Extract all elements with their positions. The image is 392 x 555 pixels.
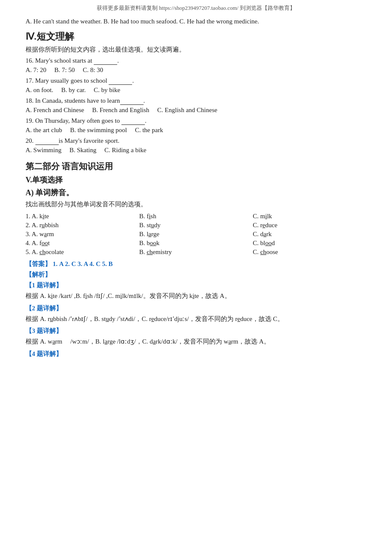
underline-1b: i [149, 213, 150, 220]
v-title: V.单项选择 [26, 175, 366, 185]
underline-2b: u [151, 222, 154, 228]
underline-5c: ch [260, 249, 266, 255]
underline-5b: ch [147, 249, 153, 255]
blank-19 [121, 117, 145, 125]
question-20: 20. is Mary's favorite sport. [26, 137, 366, 145]
analysis-q3-header: 【3 题详解】 [26, 327, 366, 335]
analysis-q2-text: 根据 A. rubbish /ˈrʌbɪʃ/，B. study /ˈstʌdi/… [26, 314, 366, 325]
top-bar: 获得更多最新资料请复制 https://shop239497207.taobao… [26, 0, 366, 14]
underline-3a: a [44, 231, 47, 237]
blank-16 [94, 57, 117, 65]
analysis-q3-text: 根据 A. warm /wɔːm/，B. large /lɑːdʒ/，C. da… [26, 336, 366, 347]
underline-5a: ch [40, 249, 46, 255]
underline-1a: i [43, 213, 44, 220]
analysis-q1-text: 根据 A. kite /kart/ ,B. fish /fɪʃ/ ,C. mil… [26, 291, 366, 302]
analysis-header: 【解析】 [26, 271, 366, 279]
part2-title: 第二部分 语言知识运用 [26, 161, 366, 172]
answers-line: 【答案】 1. A 2. C 3. A 4. C 5. B [26, 260, 366, 268]
a-title: A) 单词辨音。 [26, 188, 366, 198]
analysis-q4-header: 【4 题详解】 [26, 350, 366, 358]
phonics-instruction: 找出画线部分与其他单词发音不同的选项。 [26, 200, 366, 208]
options-18: A. French and Chinese B. French and Engl… [26, 107, 366, 114]
underline-3b: a [148, 231, 151, 237]
section4-title: Ⅳ.短文理解 [26, 30, 366, 43]
phonics-q5: 5. A. chocolate B. chemistry C. choose [26, 249, 366, 256]
options-20: A. Swimming B. Skating C. Riding a bike [26, 147, 366, 154]
phonics-q4: 4. A. foot B. book C. blood [26, 240, 366, 247]
question-19: 19. On Thursday, Mary often goes to . [26, 117, 366, 125]
question-18: 18. In Canada, students have to learn . [26, 97, 366, 105]
underline-4b: oo [150, 240, 156, 246]
question-16: 16. Mary's school starts at . [26, 57, 366, 65]
phonics-section: 1. A. kite B. fish C. milk 2. A. rubbish… [26, 213, 366, 256]
question-17: 17. Mary usually goes to school . [26, 77, 366, 85]
blank-20 [35, 137, 59, 145]
options-16: A. 7: 20 B. 7: 50 C. 8: 30 [26, 66, 366, 74]
blank-18 [120, 97, 144, 105]
underline-3c: a [263, 231, 266, 237]
section-4: Ⅳ.短文理解 根据你所听到的短文内容，选出最佳选项。短文读两遍。 16. Mar… [26, 30, 366, 154]
analysis-q2-header: 【2 题详解】 [26, 304, 366, 312]
options-19: A. the art club B. the swimming pool C. … [26, 127, 366, 134]
section4-instruction: 根据你所听到的短文内容，选出最佳选项。短文读两遍。 [26, 46, 366, 54]
underline-4a: oo [42, 240, 48, 246]
underline-2a: u [42, 222, 45, 228]
underline-4c: oo [265, 240, 272, 246]
phonics-q1: 1. A. kite B. fish C. milk [26, 213, 366, 220]
blank-17 [109, 77, 132, 85]
phonics-q2: 2. A. rubbish B. study C. reduce [26, 222, 366, 229]
prev-options-line: A. He can't stand the weather. B. He had… [26, 18, 366, 25]
phonics-q3: 3. A. warm B. large C. dark [26, 231, 366, 238]
underline-1c: i [265, 213, 267, 220]
underline-2c: e [262, 222, 265, 228]
options-17: A. on foot. B. by car. C. by bike [26, 87, 366, 94]
analysis-q1-header: 【1 题详解】 [26, 281, 366, 289]
